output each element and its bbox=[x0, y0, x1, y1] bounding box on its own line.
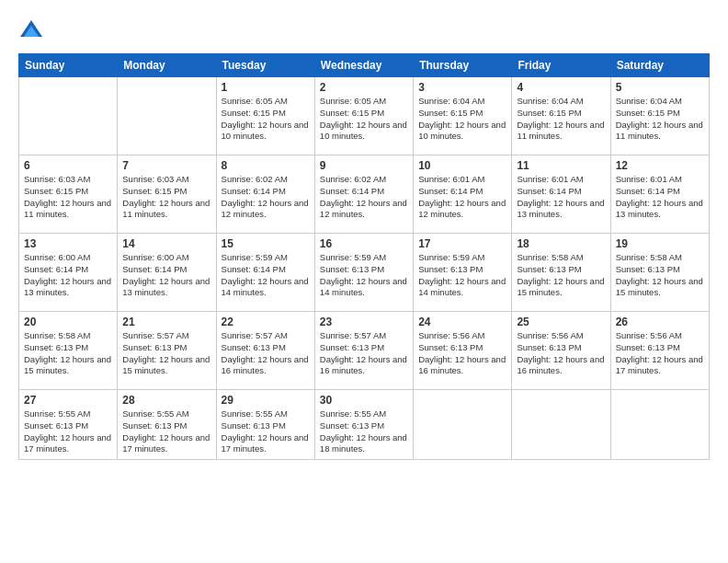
day-number: 22 bbox=[222, 316, 310, 328]
day-number: 23 bbox=[320, 316, 408, 328]
day-number: 3 bbox=[418, 81, 506, 94]
day-number: 5 bbox=[616, 81, 704, 94]
day-info: Sunrise: 6:03 AMSunset: 6:15 PMDaylight:… bbox=[122, 174, 210, 221]
day-number: 29 bbox=[222, 394, 310, 407]
table-row: 15Sunrise: 5:59 AMSunset: 6:14 PMDayligh… bbox=[216, 234, 314, 312]
day-number: 7 bbox=[122, 159, 210, 172]
table-row: 20Sunrise: 5:58 AMSunset: 6:13 PMDayligh… bbox=[19, 312, 118, 390]
col-sunday: Sunday bbox=[19, 54, 118, 77]
table-row: 14Sunrise: 6:00 AMSunset: 6:14 PMDayligh… bbox=[118, 234, 216, 312]
table-row: 21Sunrise: 5:57 AMSunset: 6:13 PMDayligh… bbox=[118, 312, 216, 390]
day-number: 25 bbox=[517, 316, 605, 328]
table-row: 29Sunrise: 5:55 AMSunset: 6:13 PMDayligh… bbox=[216, 390, 314, 460]
table-row: 13Sunrise: 6:00 AMSunset: 6:14 PMDayligh… bbox=[19, 234, 118, 312]
col-saturday: Saturday bbox=[610, 54, 709, 77]
day-number: 24 bbox=[418, 316, 506, 328]
day-info: Sunrise: 5:58 AMSunset: 6:13 PMDaylight:… bbox=[24, 330, 112, 377]
table-row: 26Sunrise: 5:56 AMSunset: 6:13 PMDayligh… bbox=[610, 312, 709, 390]
table-row: 7Sunrise: 6:03 AMSunset: 6:15 PMDaylight… bbox=[118, 155, 216, 234]
day-number: 27 bbox=[24, 394, 112, 407]
day-info: Sunrise: 5:55 AMSunset: 6:13 PMDaylight:… bbox=[24, 408, 112, 455]
day-number: 14 bbox=[122, 237, 210, 250]
table-row: 2Sunrise: 6:05 AMSunset: 6:15 PMDaylight… bbox=[314, 77, 413, 155]
day-number: 15 bbox=[222, 237, 310, 250]
col-wednesday: Wednesday bbox=[314, 54, 413, 77]
day-number: 8 bbox=[222, 159, 310, 172]
table-row: 16Sunrise: 5:59 AMSunset: 6:13 PMDayligh… bbox=[314, 234, 413, 312]
table-row: 8Sunrise: 6:02 AMSunset: 6:14 PMDaylight… bbox=[216, 155, 314, 234]
day-number: 11 bbox=[517, 159, 605, 172]
table-row: 5Sunrise: 6:04 AMSunset: 6:15 PMDaylight… bbox=[610, 77, 709, 155]
col-tuesday: Tuesday bbox=[216, 54, 314, 77]
day-number: 13 bbox=[24, 237, 112, 250]
day-number: 6 bbox=[24, 159, 112, 172]
table-row: 28Sunrise: 5:55 AMSunset: 6:13 PMDayligh… bbox=[118, 390, 216, 460]
table-row: 1Sunrise: 6:05 AMSunset: 6:15 PMDaylight… bbox=[216, 77, 314, 155]
day-number: 9 bbox=[320, 159, 408, 172]
table-row: 27Sunrise: 5:55 AMSunset: 6:13 PMDayligh… bbox=[19, 390, 118, 460]
day-info: Sunrise: 6:05 AMSunset: 6:15 PMDaylight:… bbox=[222, 96, 310, 143]
table-row: 9Sunrise: 6:02 AMSunset: 6:14 PMDaylight… bbox=[314, 155, 413, 234]
day-info: Sunrise: 6:05 AMSunset: 6:15 PMDaylight:… bbox=[320, 96, 408, 143]
col-thursday: Thursday bbox=[414, 54, 512, 77]
col-monday: Monday bbox=[118, 54, 216, 77]
day-info: Sunrise: 6:00 AMSunset: 6:14 PMDaylight:… bbox=[122, 252, 210, 299]
day-info: Sunrise: 5:55 AMSunset: 6:13 PMDaylight:… bbox=[320, 408, 408, 455]
day-info: Sunrise: 5:57 AMSunset: 6:13 PMDaylight:… bbox=[222, 330, 310, 377]
table-row bbox=[512, 390, 610, 460]
table-row bbox=[610, 390, 709, 460]
day-number: 21 bbox=[122, 316, 210, 328]
table-row: 3Sunrise: 6:04 AMSunset: 6:15 PMDaylight… bbox=[414, 77, 512, 155]
day-number: 28 bbox=[122, 394, 210, 407]
day-info: Sunrise: 6:01 AMSunset: 6:14 PMDaylight:… bbox=[517, 174, 605, 221]
logo bbox=[18, 18, 46, 44]
day-info: Sunrise: 5:56 AMSunset: 6:13 PMDaylight:… bbox=[517, 330, 605, 377]
table-row bbox=[118, 77, 216, 155]
day-info: Sunrise: 5:59 AMSunset: 6:13 PMDaylight:… bbox=[418, 252, 506, 299]
table-row: 30Sunrise: 5:55 AMSunset: 6:13 PMDayligh… bbox=[314, 390, 413, 460]
table-row bbox=[414, 390, 512, 460]
table-row: 4Sunrise: 6:04 AMSunset: 6:15 PMDaylight… bbox=[512, 77, 610, 155]
logo-icon bbox=[18, 18, 44, 44]
day-info: Sunrise: 5:57 AMSunset: 6:13 PMDaylight:… bbox=[122, 330, 210, 377]
day-number: 16 bbox=[320, 237, 408, 250]
day-info: Sunrise: 6:01 AMSunset: 6:14 PMDaylight:… bbox=[418, 174, 506, 221]
day-info: Sunrise: 5:59 AMSunset: 6:13 PMDaylight:… bbox=[320, 252, 408, 299]
day-number: 30 bbox=[320, 394, 408, 407]
day-number: 26 bbox=[616, 316, 704, 328]
day-number: 4 bbox=[517, 81, 605, 94]
day-number: 2 bbox=[320, 81, 408, 94]
day-number: 1 bbox=[222, 81, 310, 94]
table-row: 17Sunrise: 5:59 AMSunset: 6:13 PMDayligh… bbox=[414, 234, 512, 312]
col-friday: Friday bbox=[512, 54, 610, 77]
day-number: 10 bbox=[418, 159, 506, 172]
table-row: 25Sunrise: 5:56 AMSunset: 6:13 PMDayligh… bbox=[512, 312, 610, 390]
day-number: 20 bbox=[24, 316, 112, 328]
day-info: Sunrise: 6:04 AMSunset: 6:15 PMDaylight:… bbox=[418, 96, 506, 143]
calendar-table: Sunday Monday Tuesday Wednesday Thursday… bbox=[18, 53, 710, 460]
day-info: Sunrise: 5:58 AMSunset: 6:13 PMDaylight:… bbox=[616, 252, 704, 299]
day-info: Sunrise: 6:00 AMSunset: 6:14 PMDaylight:… bbox=[24, 252, 112, 299]
day-info: Sunrise: 5:55 AMSunset: 6:13 PMDaylight:… bbox=[122, 408, 210, 455]
table-row: 23Sunrise: 5:57 AMSunset: 6:13 PMDayligh… bbox=[314, 312, 413, 390]
day-info: Sunrise: 6:04 AMSunset: 6:15 PMDaylight:… bbox=[616, 96, 704, 143]
calendar-header-row: Sunday Monday Tuesday Wednesday Thursday… bbox=[19, 54, 710, 77]
page-header bbox=[18, 14, 710, 44]
day-info: Sunrise: 6:02 AMSunset: 6:14 PMDaylight:… bbox=[320, 174, 408, 221]
day-number: 12 bbox=[616, 159, 704, 172]
day-number: 19 bbox=[616, 237, 704, 250]
day-info: Sunrise: 5:56 AMSunset: 6:13 PMDaylight:… bbox=[418, 330, 506, 377]
table-row: 11Sunrise: 6:01 AMSunset: 6:14 PMDayligh… bbox=[512, 155, 610, 234]
day-info: Sunrise: 6:02 AMSunset: 6:14 PMDaylight:… bbox=[222, 174, 310, 221]
day-info: Sunrise: 5:56 AMSunset: 6:13 PMDaylight:… bbox=[616, 330, 704, 377]
day-info: Sunrise: 5:59 AMSunset: 6:14 PMDaylight:… bbox=[222, 252, 310, 299]
day-info: Sunrise: 6:01 AMSunset: 6:14 PMDaylight:… bbox=[616, 174, 704, 221]
day-info: Sunrise: 5:57 AMSunset: 6:13 PMDaylight:… bbox=[320, 330, 408, 377]
day-info: Sunrise: 6:03 AMSunset: 6:15 PMDaylight:… bbox=[24, 174, 112, 221]
table-row: 24Sunrise: 5:56 AMSunset: 6:13 PMDayligh… bbox=[414, 312, 512, 390]
day-info: Sunrise: 6:04 AMSunset: 6:15 PMDaylight:… bbox=[517, 96, 605, 143]
table-row: 19Sunrise: 5:58 AMSunset: 6:13 PMDayligh… bbox=[610, 234, 709, 312]
day-number: 18 bbox=[517, 237, 605, 250]
day-info: Sunrise: 5:58 AMSunset: 6:13 PMDaylight:… bbox=[517, 252, 605, 299]
table-row: 18Sunrise: 5:58 AMSunset: 6:13 PMDayligh… bbox=[512, 234, 610, 312]
